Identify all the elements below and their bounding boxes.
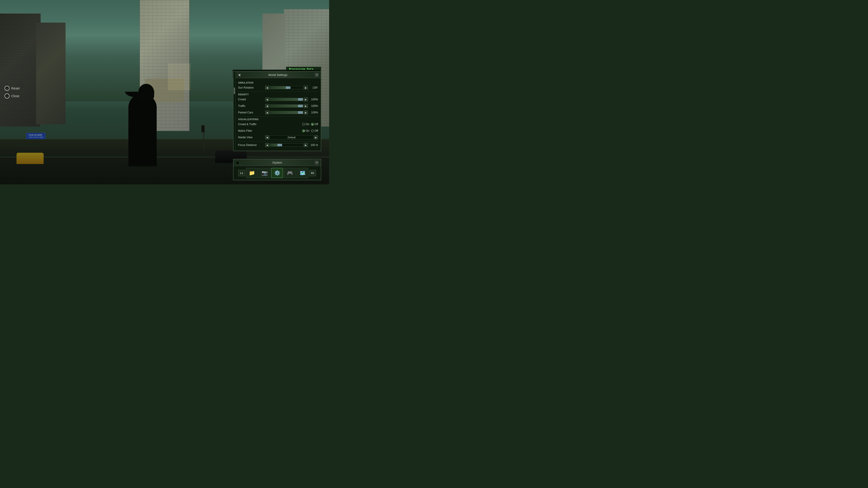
traffic-thumb[interactable]: [298, 105, 303, 107]
matrix-filter-off-option[interactable]: Off: [311, 129, 318, 132]
crowd-control: ◀ ▶: [265, 97, 308, 101]
parked-cars-thumb[interactable]: [298, 111, 303, 113]
close-icon: ○: [4, 94, 9, 98]
matrix-filter-off-radio[interactable]: [311, 129, 314, 132]
sun-rotation-control: ◀ ▶: [265, 86, 308, 90]
crowd-left-arrow[interactable]: ◀: [265, 97, 269, 101]
reset-icon: △: [4, 86, 9, 91]
sun-rotation-value: 138°: [308, 86, 318, 89]
close-label: Close: [11, 94, 20, 98]
nanite-view-control: ◀ Default ▶: [265, 135, 318, 139]
settings-icon-symbol: ⚙️: [274, 170, 280, 176]
sun-rotation-fill: [270, 86, 288, 89]
crowd-row: Crowd ◀ ▶ 100%: [238, 97, 318, 102]
parked-cars-control: ◀ ▶: [265, 110, 308, 115]
r1-button[interactable]: R1: [309, 170, 316, 176]
matrix-filter-on-option[interactable]: On: [302, 129, 309, 132]
traffic-track[interactable]: [270, 104, 303, 107]
crowd-thumb[interactable]: [298, 98, 303, 101]
crowd-traffic-radio-group: On Off: [265, 123, 318, 126]
building-left-2: [36, 23, 66, 124]
parked-cars-label: Parked Cars: [238, 111, 265, 114]
matrix-filter-on-radio[interactable]: [302, 129, 305, 132]
focus-distance-right-arrow[interactable]: ▶: [304, 143, 308, 147]
traffic-control: ◀ ▶: [265, 104, 308, 108]
focus-distance-thumb[interactable]: [278, 144, 282, 146]
building-left-1: [0, 13, 41, 127]
traffic-right-arrow[interactable]: ▶: [304, 104, 308, 108]
left-controls: △ Reset ○ Close: [4, 86, 20, 98]
panel-title: World Settings: [241, 73, 315, 76]
traffic-label: Traffic: [238, 104, 265, 107]
focus-distance-label: Focus Distance: [238, 143, 265, 147]
matrix-filter-row: Matrix Filter On Off: [238, 128, 318, 133]
controller-icon-symbol: 🎮: [287, 170, 293, 176]
separator-2: [238, 116, 318, 117]
parked-cars-left-arrow[interactable]: ◀: [265, 110, 269, 115]
sun-rotation-track[interactable]: [270, 86, 303, 89]
focus-distance-left-arrow[interactable]: ◀: [265, 143, 269, 147]
system-title: /System: [239, 161, 315, 164]
traffic-left-arrow[interactable]: ◀: [265, 104, 269, 108]
crowd-traffic-on-label: On: [306, 123, 309, 126]
crowd-track[interactable]: [270, 98, 303, 101]
reset-button[interactable]: △ Reset: [4, 86, 20, 91]
matrix-filter-radio-group: On Off: [265, 129, 318, 132]
nanite-view-value[interactable]: Default: [270, 135, 313, 139]
crowd-traffic-on-option[interactable]: On: [302, 123, 309, 126]
crowd-traffic-on-radio[interactable]: [302, 123, 305, 126]
matrix-filter-on-label: On: [306, 129, 309, 132]
ad-sign: YOUR AD HEREYOUR AD DISCLAIMER: [26, 133, 45, 139]
panel-close-button[interactable]: ✕: [315, 73, 318, 76]
settings-icon[interactable]: ⚙️: [271, 168, 283, 178]
map-icon[interactable]: 🗺️: [297, 168, 308, 178]
parked-cars-track[interactable]: [270, 111, 303, 114]
panel-title-bar: ◀ World Settings ✕: [235, 72, 321, 78]
crowd-traffic-off-label: Off: [314, 123, 318, 126]
world-settings-panel: ◀ World Settings ✕ SIMULATION Sun Rotati…: [233, 71, 321, 151]
controller-icon[interactable]: 🎮: [284, 168, 296, 178]
crowd-traffic-off-option[interactable]: Off: [311, 123, 318, 126]
system-scroll-left[interactable]: ◀: [236, 160, 239, 165]
parked-cars-right-arrow[interactable]: ▶: [304, 110, 308, 115]
crowd-right-arrow[interactable]: ▶: [304, 97, 308, 101]
crowd-value: 100%: [308, 98, 318, 101]
focus-distance-value: 100 m: [308, 143, 318, 147]
sun-rotation-thumb[interactable]: [286, 87, 290, 89]
sun-rotation-right-arrow[interactable]: ▶: [304, 86, 308, 90]
l1-button[interactable]: L1: [238, 170, 245, 176]
traffic-light: [201, 125, 205, 132]
system-title-bar: ◀ /System ✕: [234, 159, 321, 166]
panel-scroll-left[interactable]: ◀: [238, 73, 241, 76]
parked-cars-row: Parked Cars ◀ ▶ 100%: [238, 110, 318, 115]
files-icon-symbol: 📁: [249, 170, 255, 176]
traffic-row: Traffic ◀ ▶ 100%: [238, 103, 318, 109]
camera-icon[interactable]: 📷: [258, 168, 270, 178]
system-icons-row: L1 📁 📷 ⚙️ 🎮 🗺️ R1: [234, 166, 321, 180]
close-button[interactable]: ○ Close: [4, 94, 20, 98]
nanite-view-left-arrow[interactable]: ◀: [265, 135, 269, 139]
car-left: [17, 153, 43, 164]
system-panel: ◀ /System ✕ L1 📁 📷 ⚙️ 🎮 🗺️ R1: [233, 159, 321, 180]
parked-cars-value: 100%: [308, 111, 318, 114]
focus-distance-row: Focus Distance ◀ ▶ 100 m: [238, 142, 318, 148]
separator-3: [238, 141, 318, 141]
nanite-view-right-arrow[interactable]: ▶: [314, 135, 318, 139]
reset-label: Reset: [11, 87, 20, 90]
panel-scrollbar[interactable]: [234, 72, 235, 151]
street-line: [0, 157, 329, 157]
files-icon[interactable]: 📁: [246, 168, 258, 178]
sun-rotation-left-arrow[interactable]: ◀: [265, 86, 269, 90]
simulation-section-label: SIMULATION: [238, 81, 318, 84]
system-close-button[interactable]: ✕: [315, 161, 318, 164]
scrollbar-thumb[interactable]: [234, 88, 235, 94]
sun-rotation-row: Sun Rotation ◀ ▶ 138°: [238, 85, 318, 90]
sun-rotation-label: Sun Rotation: [238, 86, 265, 89]
crowd-traffic-off-radio[interactable]: [311, 123, 314, 126]
nanite-view-label: Nanite View: [238, 136, 265, 139]
person-head: [138, 84, 154, 101]
focus-distance-track[interactable]: [270, 143, 303, 147]
map-icon-symbol: 🗺️: [300, 170, 306, 176]
matrix-filter-off-label: Off: [314, 129, 318, 132]
traffic-value: 100%: [308, 104, 318, 107]
